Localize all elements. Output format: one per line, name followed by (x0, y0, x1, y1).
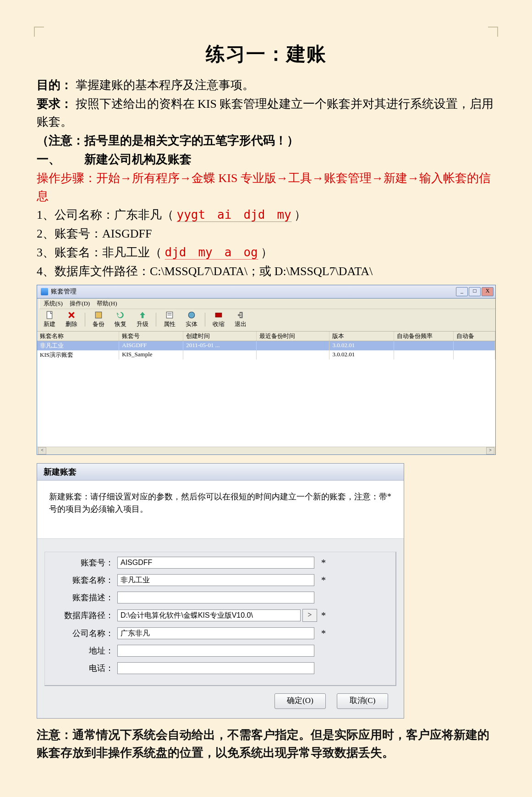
page-corner-tr (488, 27, 498, 37)
table-body: 非凡工业 AISGDFF 2011-05-01 ... 3.0.02.01 KI… (37, 341, 495, 447)
company-name-input[interactable] (117, 627, 314, 639)
col-version[interactable]: 版本 (329, 332, 394, 341)
cell (394, 341, 454, 350)
toolbar-restore[interactable]: 恢复 (110, 310, 131, 329)
toolbar-new[interactable]: 新建 (39, 310, 60, 329)
toolbar-exit-label: 退出 (235, 320, 247, 328)
list-item-4: 4、数据库文件路径：C:\MSSQL7\DATA\；或 D:\MSSQL7\DA… (37, 262, 495, 280)
form-panel: 账套号： * 账套名称： * 账套描述： 数据库路径： > (44, 552, 396, 686)
toolbar-entity-label: 实体 (186, 320, 197, 328)
browse-button[interactable]: > (302, 609, 317, 622)
required-marker: * (319, 575, 328, 586)
cell: 3.0.02.01 (329, 341, 394, 350)
cell (454, 341, 495, 350)
svg-rect-8 (215, 313, 222, 317)
window-titlebar[interactable]: 账套管理 _ □ X (37, 285, 495, 299)
exit-icon (236, 311, 245, 319)
menu-system[interactable]: 系统(S) (44, 300, 63, 307)
table-header: 账套名称 账套号 创建时间 最近备份时间 版本 自动备份频率 自动备 (37, 332, 495, 341)
cell: 非凡工业 (37, 341, 119, 350)
scroll-left-button[interactable]: < (38, 447, 46, 454)
col-autofreq[interactable]: 自动备份频率 (394, 332, 454, 341)
steps-line: 操作步骤：开始→所有程序→金蝶 KIS 专业版→工具→账套管理→新建→输入帐套的… (37, 169, 495, 205)
toolbar-delete[interactable]: 删除 (61, 310, 82, 329)
menu-bar: 系统(S) 操作(D) 帮助(H) (39, 299, 495, 309)
menu-operation[interactable]: 操作(D) (70, 300, 90, 307)
account-desc-input[interactable] (117, 592, 314, 603)
toolbar-entity[interactable]: 实体 (181, 310, 202, 329)
properties-icon (165, 311, 174, 319)
account-no-input[interactable] (117, 557, 314, 569)
list-item-3: 3、账套名：非凡工业（ djd my a og ） (37, 244, 495, 261)
toolbar-upgrade[interactable]: 升级 (132, 310, 153, 329)
table-row[interactable]: KIS演示账套 KIS_Sample 3.0.02.01 (37, 350, 495, 360)
required-marker: * (319, 558, 328, 568)
toolbar-delete-label: 删除 (66, 320, 77, 328)
goal-label: 目的： (37, 78, 72, 92)
scrollbar-horizontal[interactable]: < > (37, 447, 495, 454)
section-heading-1: 一、 新建公司机构及账套 (37, 150, 495, 168)
li3-b: ） (261, 246, 273, 259)
table-row[interactable]: 非凡工业 AISGDFF 2011-05-01 ... 3.0.02.01 (37, 341, 495, 350)
new-account-dialog: 新建账套 新建账套：请仔细设置对应的参数，然后你可以在很短的时间内建立一个新的账… (37, 463, 404, 719)
cell (257, 350, 330, 360)
required-marker: * (319, 610, 328, 621)
svg-point-7 (188, 312, 195, 318)
account-desc-label: 账套描述： (49, 592, 117, 603)
col-created[interactable]: 创建时间 (183, 332, 257, 341)
account-name-input[interactable] (117, 574, 314, 586)
toolbar-separator (205, 313, 205, 327)
toolbar-separator (156, 313, 156, 327)
window-min-button[interactable]: _ (456, 287, 468, 296)
cell: KIS_Sample (119, 350, 183, 360)
cell: AISGDFF (119, 341, 183, 350)
note-line-1: （注意：括号里的是相关文字的五笔字形代码！） (37, 132, 495, 149)
page-corner-tl (34, 27, 44, 37)
col-id[interactable]: 账套号 (119, 332, 183, 341)
address-input[interactable] (117, 645, 314, 657)
dialog-form: 账套号： * 账套名称： * 账套描述： 数据库路径： > (37, 538, 404, 718)
goal-line: 目的： 掌握建账的基本程序及注意事项。 (37, 76, 495, 94)
cancel-button[interactable]: 取消(C) (337, 693, 388, 709)
toolbar-restore-label: 恢复 (115, 320, 126, 328)
cell: 3.0.02.01 (329, 350, 394, 360)
li1-a: 1、公司名称：广东非凡（ (37, 208, 174, 221)
required-marker: * (319, 628, 328, 639)
window-close-button[interactable]: X (482, 287, 494, 296)
company-name-label: 公司名称： (49, 628, 117, 639)
cell: 2011-05-01 ... (183, 341, 257, 350)
document-page: 练习一：建账 目的： 掌握建账的基本程序及注意事项。 要求： 按照下述给出的资料… (0, 0, 532, 797)
delete-icon (67, 311, 76, 319)
toolbar-separator (85, 313, 85, 327)
window-max-button[interactable]: □ (469, 287, 481, 296)
list-item-1: 1、公司名称：广东非凡（ yygt ai djd my ） (37, 206, 495, 224)
toolbar-backup-label: 备份 (93, 320, 104, 328)
ok-button[interactable]: 确定(O) (274, 693, 326, 709)
col-autobackup[interactable]: 自动备 (454, 332, 495, 341)
account-manager-window: 账套管理 _ □ X 系统(S) 操作(D) 帮助(H) 新建 删除 备份 恢复… (37, 285, 496, 455)
toolbar-exit[interactable]: 退出 (230, 310, 251, 329)
collapse-icon (214, 311, 223, 319)
col-name[interactable]: 账套名称 (37, 332, 119, 341)
page-title: 练习一：建账 (37, 41, 495, 67)
toolbar-properties[interactable]: 属性 (159, 310, 180, 329)
phone-input[interactable] (117, 662, 314, 674)
cell (257, 341, 330, 350)
backup-icon (94, 311, 103, 319)
dialog-message: 新建账套：请仔细设置对应的参数，然后你可以在很短的时间内建立一个新的账套，注意：… (37, 481, 404, 538)
dialog-title[interactable]: 新建账套 (37, 464, 404, 481)
toolbar: 新建 删除 备份 恢复 升级 属性 实体 收缩 退出 (37, 309, 495, 332)
toolbar-backup[interactable]: 备份 (88, 310, 109, 329)
goal-text: 掌握建账的基本程序及注意事项。 (76, 78, 254, 92)
db-path-input[interactable] (117, 609, 301, 621)
li3-a: 3、账套名：非凡工业（ (37, 246, 162, 259)
upgrade-icon (138, 311, 147, 319)
col-lastbackup[interactable]: 最近备份时间 (257, 332, 330, 341)
toolbar-collapse[interactable]: 收缩 (208, 310, 229, 329)
db-path-label: 数据库路径： (49, 610, 117, 621)
toolbar-collapse-label: 收缩 (213, 320, 225, 328)
scroll-right-button[interactable]: > (486, 447, 494, 454)
li1-b: ） (294, 208, 306, 221)
menu-help[interactable]: 帮助(H) (97, 300, 117, 307)
svg-rect-3 (95, 312, 102, 318)
